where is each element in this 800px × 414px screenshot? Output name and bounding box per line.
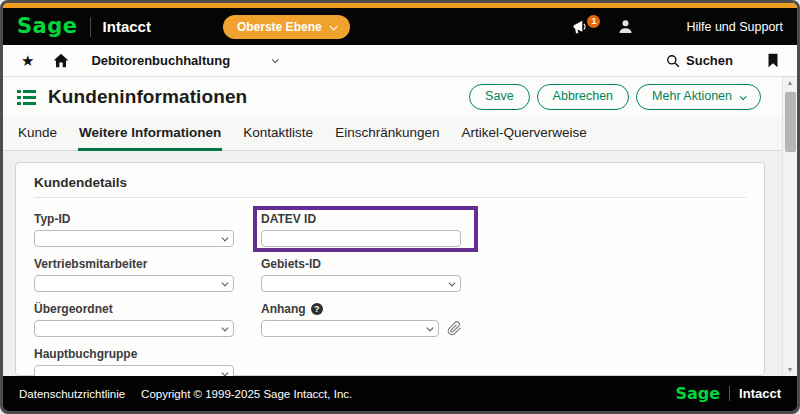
copyright-text: Copyright © 1999-2025 Sage Intacct, Inc. (141, 388, 352, 400)
module-dropdown-label: Debitorenbuchhaltung (91, 53, 230, 68)
notifications-button[interactable]: 1 (572, 19, 591, 35)
header-actions: Save Abbrechen Mehr Aktionen (469, 84, 761, 110)
tab-kontaktliste[interactable]: Kontaktliste (242, 117, 314, 151)
field-label: Hauptbuchgruppe (34, 347, 234, 361)
tab-artikel-querverweise[interactable]: Artikel-Querverweise (460, 117, 587, 151)
tab-bar: Kunde Weitere Informationen Kontaktliste… (3, 117, 797, 151)
bookmark-icon (767, 53, 779, 68)
vertriebsmitarbeiter-select[interactable] (34, 275, 234, 292)
customer-details-card: Kundendetails Typ-ID Vertriebsmitarbeite… (15, 162, 765, 376)
record-list-icon[interactable] (17, 90, 36, 105)
chevron-down-icon (221, 325, 227, 331)
bookmark-button[interactable] (767, 53, 779, 68)
form-grid: Typ-ID Vertriebsmitarbeiter Übergeordnet (34, 212, 746, 392)
entity-selector-button[interactable]: Oberste Ebene (223, 15, 350, 39)
field-typ-id: Typ-ID (34, 212, 234, 247)
privacy-policy-link[interactable]: Datenschutzrichtlinie (19, 388, 125, 400)
home-button[interactable] (53, 53, 69, 68)
chevron-down-icon (740, 93, 747, 100)
content-area: Kundendetails Typ-ID Vertriebsmitarbeite… (3, 151, 797, 376)
section-title: Kundendetails (34, 175, 746, 198)
tab-einschraenkungen[interactable]: Einschränkungen (334, 117, 440, 151)
page-header: Kundeninformationen Save Abbrechen Mehr … (3, 77, 797, 117)
field-label: Übergeordnet (34, 302, 234, 316)
field-uebergeordnet: Übergeordnet (34, 302, 234, 337)
person-icon (617, 18, 634, 35)
more-actions-button[interactable]: Mehr Aktionen (636, 84, 761, 110)
uebergeordnet-select[interactable] (34, 320, 234, 337)
chevron-down-icon (221, 235, 227, 241)
vertical-scrollbar[interactable]: ▲ ▼ (782, 77, 797, 376)
search-label: Suchen (686, 53, 733, 68)
footer-product-name: Intacct (739, 386, 781, 401)
notification-badge: 1 (587, 15, 600, 28)
field-label: Gebiets-ID (261, 257, 461, 271)
footer: Datenschutzrichtlinie Copyright © 1999-2… (3, 376, 797, 411)
page-title: Kundeninformationen (48, 86, 247, 108)
field-label: DATEV ID (261, 212, 461, 226)
scrollbar-up-arrow[interactable]: ▲ (787, 77, 794, 89)
module-dropdown[interactable]: Debitorenbuchhaltung (91, 53, 277, 68)
form-column-left: Typ-ID Vertriebsmitarbeiter Übergeordnet (34, 212, 234, 392)
field-vertriebsmitarbeiter: Vertriebsmitarbeiter (34, 257, 234, 292)
cancel-button[interactable]: Abbrechen (537, 84, 629, 110)
typ-id-select[interactable] (34, 230, 234, 247)
field-datev-id: DATEV ID (261, 212, 461, 247)
sage-logo-footer: Sage (675, 384, 720, 403)
form-column-right: DATEV ID Gebiets-ID Anhang ? (261, 212, 461, 392)
paperclip-icon[interactable] (447, 321, 462, 336)
navbar-right: Suchen (666, 53, 779, 68)
scrollbar-down-arrow[interactable]: ▼ (787, 364, 794, 376)
chevron-down-icon (272, 56, 279, 63)
footer-brand: Sage Intacct (675, 384, 781, 403)
field-gebiets-id: Gebiets-ID (261, 257, 461, 292)
tab-weitere-informationen[interactable]: Weitere Informationen (78, 117, 222, 151)
scrollbar-thumb[interactable] (785, 92, 796, 152)
anhang-select[interactable] (261, 320, 439, 337)
sage-logo: Sage (17, 16, 78, 37)
home-icon (53, 53, 69, 68)
product-name: Intacct (103, 18, 151, 35)
chevron-down-icon (448, 280, 454, 286)
chevron-down-icon (426, 325, 432, 331)
field-label: Anhang ? (261, 302, 461, 316)
field-label: Typ-ID (34, 212, 234, 226)
navbar: ★ Debitorenbuchhaltung Suchen (3, 45, 797, 77)
field-label: Vertriebsmitarbeiter (34, 257, 234, 271)
field-anhang: Anhang ? (261, 302, 461, 337)
footer-logo-divider (729, 386, 730, 401)
logo-divider (90, 17, 91, 37)
chevron-down-icon (221, 280, 227, 286)
app-window: Sage Intacct Oberste Ebene 1 (0, 0, 800, 414)
gebiets-id-select[interactable] (261, 275, 461, 292)
datev-id-input[interactable] (261, 230, 461, 247)
topbar-right: 1 Hilfe und Support (572, 18, 783, 35)
tab-kunde[interactable]: Kunde (17, 117, 58, 151)
topbar: Sage Intacct Oberste Ebene 1 (3, 8, 797, 45)
search-icon (666, 54, 680, 68)
user-account-button[interactable] (617, 18, 634, 35)
favorites-star-icon[interactable]: ★ (21, 53, 34, 68)
chevron-down-icon (329, 22, 337, 30)
help-support-link[interactable]: Hilfe und Support (686, 20, 783, 34)
help-icon[interactable]: ? (311, 303, 323, 315)
entity-selector-label: Oberste Ebene (237, 20, 322, 34)
save-button[interactable]: Save (469, 84, 530, 110)
search-button[interactable]: Suchen (666, 53, 733, 68)
